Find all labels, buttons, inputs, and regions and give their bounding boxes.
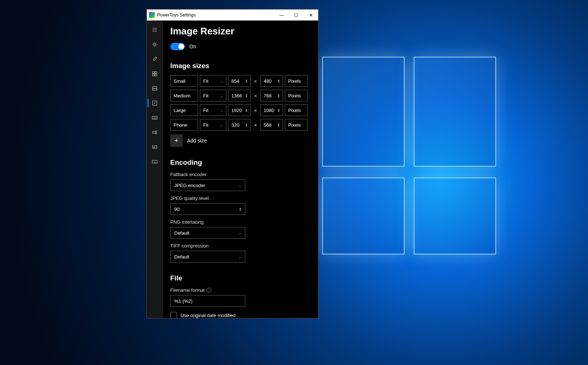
size-row-1: Medium Fit⌄ 1366▴▾ × 768▴▾ Pixels xyxy=(170,90,311,101)
size-fit-select[interactable]: Fit⌄ xyxy=(200,104,226,116)
keyboard-icon xyxy=(152,115,158,121)
size-height-input[interactable]: 768▴▾ xyxy=(260,90,283,101)
nav-power-rename[interactable] xyxy=(148,125,162,139)
spinner-icon: ▴▾ xyxy=(246,79,248,83)
use-original-date-checkbox[interactable] xyxy=(170,312,177,318)
svg-rect-1 xyxy=(153,71,155,73)
size-fit-select[interactable]: Fit⌄ xyxy=(200,75,226,87)
fallback-encoder-select[interactable]: JPEG encoder⌄ xyxy=(170,179,245,191)
size-fit-select[interactable]: Fit⌄ xyxy=(200,119,226,131)
add-size-button[interactable]: + Add size xyxy=(170,134,311,147)
encoding-heading: Encoding xyxy=(170,159,311,167)
nav-image-resizer[interactable] xyxy=(148,96,162,110)
chevron-down-icon: ⌄ xyxy=(238,183,241,187)
add-size-label: Add size xyxy=(187,138,207,144)
size-unit-select[interactable]: Pixels xyxy=(285,119,308,131)
size-name-input[interactable]: Small xyxy=(170,75,198,87)
maximize-button[interactable]: ☐ xyxy=(289,10,304,21)
size-unit-select[interactable]: Pixels xyxy=(285,90,308,101)
nav-file-explorer[interactable] xyxy=(148,81,162,95)
nav-fancyzones[interactable] xyxy=(148,67,162,81)
svg-rect-10 xyxy=(152,160,157,163)
nav-run[interactable] xyxy=(148,140,162,154)
chevron-down-icon: ⌄ xyxy=(220,94,223,98)
size-row-2: Large Fit⌄ 1920▴▾ × 1080▴▾ Pixels xyxy=(170,104,311,116)
nav-shortcut-guide[interactable] xyxy=(148,154,162,168)
spinner-icon: ▴▾ xyxy=(246,108,248,112)
image-sizes-heading: Image sizes xyxy=(170,62,311,70)
enable-toggle[interactable] xyxy=(170,43,185,50)
svg-point-0 xyxy=(154,43,156,45)
size-unit-select[interactable]: Pixels xyxy=(285,75,308,87)
sidebar xyxy=(147,21,163,318)
nav-keyboard-manager[interactable] xyxy=(148,111,162,124)
hamburger-button[interactable] xyxy=(148,23,162,37)
jpeg-quality-label: JPEG quality level xyxy=(170,195,311,201)
close-button[interactable]: ✕ xyxy=(304,10,318,21)
spinner-icon: ▴▾ xyxy=(278,123,280,127)
spinner-icon: ▴▾ xyxy=(278,108,280,112)
chevron-down-icon: ⌄ xyxy=(238,255,241,259)
window-title: PowerToys Settings xyxy=(157,12,274,18)
nav-general[interactable] xyxy=(148,37,162,51)
size-width-input[interactable]: 1920▴▾ xyxy=(228,104,251,116)
file-heading: File xyxy=(170,274,311,282)
png-interlacing-select[interactable]: Default⌄ xyxy=(170,227,245,239)
size-row-0: Small Fit⌄ 854▴▾ × 480▴▾ Pixels xyxy=(170,75,311,87)
resize-icon xyxy=(152,100,158,106)
svg-rect-2 xyxy=(155,71,157,73)
content-area[interactable]: Image Resizer On Image sizes Small Fit⌄ … xyxy=(163,21,318,318)
png-interlacing-label: PNG interlacing xyxy=(170,219,311,225)
size-fit-select[interactable]: Fit⌄ xyxy=(200,90,226,101)
info-icon[interactable]: i xyxy=(206,288,211,293)
svg-rect-3 xyxy=(153,74,155,76)
chevron-down-icon: ⌄ xyxy=(238,231,241,235)
size-height-input[interactable]: 568▴▾ xyxy=(260,119,283,131)
size-height-input[interactable]: 480▴▾ xyxy=(260,75,283,87)
spinner-icon: ▴▾ xyxy=(239,207,241,211)
use-original-date-label: Use original date modified xyxy=(181,313,235,318)
times-icon: × xyxy=(253,107,258,113)
page-title: Image Resizer xyxy=(170,26,311,37)
svg-rect-8 xyxy=(153,131,156,133)
spinner-icon: ▴▾ xyxy=(246,123,248,127)
size-width-input[interactable]: 1366▴▾ xyxy=(228,90,251,101)
times-icon: × xyxy=(253,93,258,99)
plus-icon: + xyxy=(170,134,183,147)
eyedropper-icon xyxy=(152,56,158,62)
chevron-down-icon: ⌄ xyxy=(220,108,223,112)
tiff-compression-label: TIFF compression xyxy=(170,243,311,249)
spinner-icon: ▴▾ xyxy=(278,79,280,83)
times-icon: × xyxy=(253,78,258,84)
filename-format-input[interactable]: %1 (%2) xyxy=(170,295,245,307)
svg-rect-7 xyxy=(152,116,157,119)
minimize-button[interactable]: — xyxy=(274,10,289,21)
spinner-icon: ▴▾ xyxy=(246,93,248,98)
tiff-compression-select[interactable]: Default⌄ xyxy=(170,251,245,262)
use-original-date-row: Use original date modified xyxy=(170,312,311,318)
size-name-input[interactable]: Large xyxy=(170,104,198,116)
size-width-input[interactable]: 320▴▾ xyxy=(228,119,251,131)
titlebar: PowerToys Settings — ☐ ✕ xyxy=(147,10,318,21)
size-unit-select[interactable]: Pixels xyxy=(285,104,308,116)
keyboard-icon xyxy=(152,159,158,165)
gear-icon xyxy=(152,41,158,48)
size-row-3: Phone Fit⌄ 320▴▾ × 568▴▾ Pixels xyxy=(170,119,311,131)
grid-icon xyxy=(152,71,158,77)
size-name-input[interactable]: Medium xyxy=(170,90,198,101)
menu-icon xyxy=(152,27,158,33)
fallback-encoder-label: Fallback encoder xyxy=(170,172,311,177)
image-icon xyxy=(152,85,158,92)
app-window: PowerToys Settings — ☐ ✕ xyxy=(146,9,319,319)
size-name-input[interactable]: Phone xyxy=(170,119,198,131)
rename-icon xyxy=(152,129,158,135)
size-width-input[interactable]: 854▴▾ xyxy=(228,75,251,87)
app-icon xyxy=(149,12,155,18)
nav-color-picker[interactable] xyxy=(148,52,162,66)
chevron-down-icon: ⌄ xyxy=(220,79,223,83)
filename-format-label: Filename format i xyxy=(170,287,311,293)
enable-toggle-label: On xyxy=(189,44,196,49)
size-height-input[interactable]: 1080▴▾ xyxy=(260,104,283,116)
jpeg-quality-input[interactable]: 90▴▾ xyxy=(170,203,245,215)
chevron-down-icon: ⌄ xyxy=(220,123,223,127)
